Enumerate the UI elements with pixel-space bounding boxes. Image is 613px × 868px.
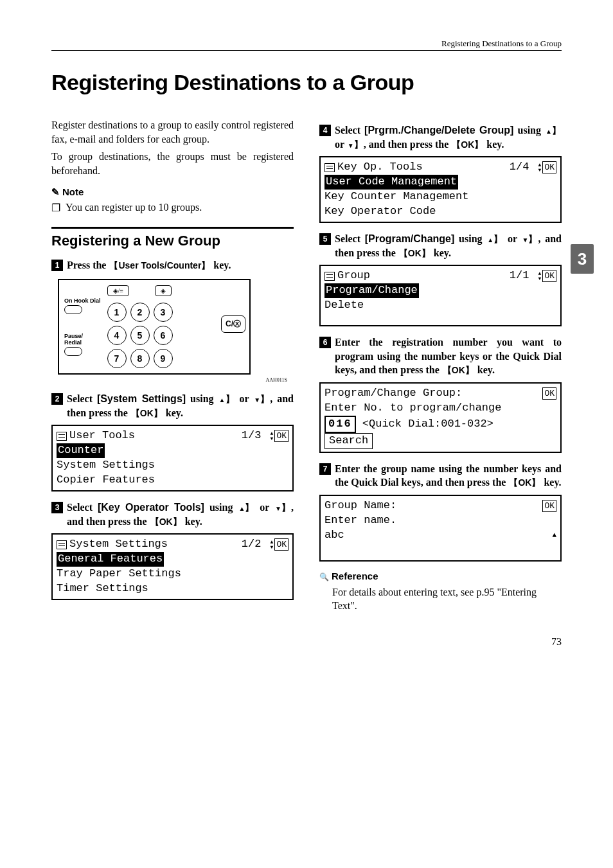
running-head: Registering Destinations to a Group (51, 39, 562, 51)
selected-item: General Features (57, 552, 164, 567)
key-5: 5 (130, 326, 150, 345)
key-9: 9 (154, 349, 173, 368)
note-item: You can register up to 10 groups. (66, 202, 202, 214)
step-number-1: 1 (51, 260, 63, 271)
lcd-program-change-group: Program/Change Group: OK Enter No. to pr… (319, 382, 562, 453)
clear-key: C/ⓧ (221, 315, 245, 333)
key-8: 8 (130, 349, 150, 368)
reference-text: For details about entering text, see p.9… (332, 585, 562, 613)
page-number: 73 (51, 636, 562, 648)
chapter-tab: 3 (571, 244, 594, 274)
ok-key: OK (150, 516, 182, 528)
keypad-figure: On Hook Dial Pause/ Redial ◈/≡ ◈ 1 2 3 4… (58, 279, 251, 375)
step-1: Press the User Tools/Counter key. (67, 258, 294, 272)
ok-key: OK (451, 139, 484, 151)
key-1: 1 (107, 303, 127, 322)
step-number-4: 4 (319, 125, 331, 136)
up-arrow-key (545, 125, 562, 137)
lcd-key-op-tools: Key Op. Tools 1/4 ▲▼OK User Code Managem… (319, 156, 562, 223)
down-arrow-key (274, 502, 291, 514)
step-2: Select [System Settings] using or , and … (67, 392, 294, 420)
section-heading: Registering a New Group (51, 227, 294, 249)
up-arrow-key (486, 233, 503, 245)
step-number-5: 5 (319, 233, 331, 245)
ok-key: OK (508, 477, 541, 489)
menu-icon (324, 163, 335, 172)
key-6: 6 (154, 326, 173, 345)
intro-paragraph-2: To group destinations, the groups must b… (51, 150, 294, 177)
figure-id: AAH011S (51, 377, 287, 383)
note-heading: Note (51, 186, 294, 198)
key-3: 3 (154, 303, 173, 322)
tools-icon-key: ◈/≡ (107, 285, 129, 296)
key-4: 4 (107, 326, 127, 345)
diamond-icon-key: ◈ (155, 285, 172, 296)
cursor-icon: ▲ (552, 531, 556, 540)
bullet-icon (51, 202, 60, 214)
reference-heading: Reference (319, 571, 562, 581)
menu-icon (57, 540, 67, 549)
step-3: Select [Key Operator Tools] using or , a… (67, 500, 294, 528)
ok-key: OK (130, 407, 163, 420)
selected-item: Program/Change (324, 283, 419, 298)
menu-icon (324, 272, 335, 281)
lcd-group-name: Group Name: OK Enter name. abc▲ (319, 495, 562, 562)
step-6: Enter the registration number you want t… (335, 335, 562, 377)
step-number-6: 6 (319, 337, 331, 348)
intro-paragraph-1: Register destinations to a group to easi… (51, 118, 294, 146)
search-button: Search (324, 433, 373, 449)
up-arrow-key (238, 502, 254, 514)
ok-key: OK (398, 247, 431, 260)
lcd-system-settings: System Settings 1/2 ▲▼OK General Feature… (51, 533, 294, 600)
key-2: 2 (130, 303, 150, 322)
menu-icon (57, 432, 67, 441)
step-5: Select [Program/Change] using or , and t… (335, 232, 562, 260)
key-7: 7 (107, 349, 127, 368)
page-title: Registering Destinations to a Group (51, 70, 562, 95)
step-7: Enter the group name using the number ke… (335, 462, 562, 490)
step-4: Select [Prgrm./Change/Delete Group] usin… (335, 123, 562, 151)
step-number-2: 2 (51, 393, 63, 405)
lcd-user-tools: User Tools 1/3 ▲▼OK Counter System Setti… (51, 425, 294, 492)
up-arrow-key (218, 393, 235, 405)
down-arrow-key (253, 393, 270, 405)
lcd-group: Group 1/1 ▲▼OK Program/Change Delete (319, 265, 562, 326)
selected-item: User Code Management (324, 175, 458, 190)
selected-item: Counter (57, 443, 105, 458)
user-tools-counter-key: User Tools/Counter (109, 260, 211, 272)
ok-key: OK (442, 364, 475, 376)
down-arrow-key (347, 139, 364, 151)
step-number-3: 3 (51, 502, 63, 513)
step-number-7: 7 (319, 463, 331, 475)
down-arrow-key (522, 233, 538, 245)
number-entry: 016 (324, 416, 356, 433)
